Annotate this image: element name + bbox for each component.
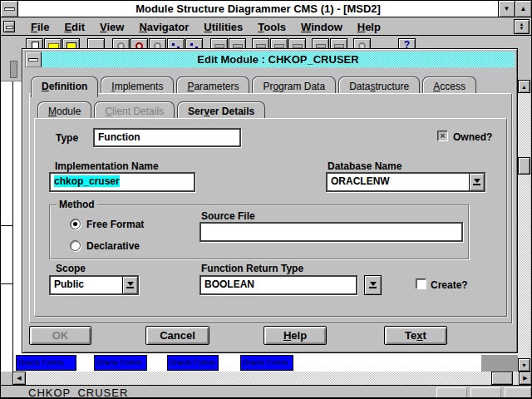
tab-access[interactable]: Access (422, 76, 476, 95)
definition-subtabs: Module Client Details Server Details (37, 100, 268, 120)
mdi-restore-button[interactable]: ▲ ▼ (514, 19, 530, 34)
dialog-titlebar: Edit Module : CHKOP_CRUSER (25, 52, 515, 67)
scroll-up-icon: ▲ (521, 84, 527, 90)
palette-divider (1, 283, 13, 284)
menu-edit[interactable]: Edit (57, 21, 92, 33)
owned-label: Owned? (453, 131, 492, 143)
status-cell (505, 387, 531, 398)
tab-program-data[interactable]: Program Data (252, 76, 336, 95)
function-return-type-input[interactable]: BOOLEAN (200, 275, 357, 295)
source-file-label: Source File (201, 210, 255, 222)
menu-window[interactable]: Window (293, 21, 350, 33)
source-file-input[interactable] (200, 222, 463, 242)
database-name-combobox[interactable]: ORACLENW (326, 172, 485, 192)
tab-parameters[interactable]: Parameters (176, 76, 249, 95)
ok-button[interactable]: OK (29, 326, 91, 345)
menu-view[interactable]: View (92, 21, 131, 33)
scroll-down-icon: ▼ (521, 362, 527, 368)
combo-arrow-icon (127, 282, 134, 286)
scroll-right-icon: ▶ (523, 375, 527, 382)
owned-checkbox[interactable]: × (437, 131, 448, 141)
menu-utilities[interactable]: Utilities (196, 21, 250, 33)
create-checkbox[interactable] (416, 278, 426, 289)
diagram-node[interactable]: Oracle Forms (167, 355, 219, 371)
tab-datastructure[interactable]: Datastructure (338, 76, 420, 95)
palette-divider (1, 225, 13, 226)
scope-dropdown-button[interactable] (122, 277, 137, 293)
declarative-radio[interactable] (70, 240, 81, 251)
dialog-tabs: Definition Implements Parameters Program… (31, 75, 479, 95)
subtab-module[interactable]: Module (37, 101, 91, 120)
vertical-scrollbar-track[interactable] (518, 93, 530, 358)
combo-arrow-bar (126, 287, 134, 288)
text-button[interactable]: Text (384, 326, 447, 345)
vertical-scrollbar[interactable]: ▲ ▼ (518, 53, 530, 372)
horizontal-scrollbar[interactable]: ◀ ▶ (1, 372, 532, 385)
diagram-node-label: Oracle Forms (96, 358, 142, 367)
diagram-node-label: Oracle Forms (243, 358, 288, 367)
declarative-label: Declarative (86, 240, 140, 252)
dialog-title: Edit Module : CHKOP_CRUSER (42, 52, 515, 67)
scope-value: Public (51, 277, 122, 293)
combo-arrow-icon (370, 282, 377, 286)
mdi-child-system-button[interactable] (3, 21, 15, 32)
scope-label: Scope (56, 263, 86, 274)
diagram-node[interactable]: Oracle Forms (94, 355, 147, 371)
maximize-icon: ▲ (520, 5, 527, 12)
combo-arrow-icon (474, 179, 480, 183)
horizontal-scrollbar-thumb[interactable] (491, 372, 513, 385)
server-details-page: Type Function × Owned? Implementation Na… (34, 118, 507, 317)
menu-file[interactable]: File (23, 21, 57, 33)
combo-arrow-bar (369, 287, 377, 288)
create-label: Create? (431, 279, 468, 291)
scroll-left-button[interactable]: ◀ (12, 372, 26, 385)
definition-page: Module Client Details Server Details Typ… (29, 93, 512, 323)
statusbar: CHKOP_CRUSER (1, 385, 531, 399)
vertical-scrollbar-thumb[interactable] (518, 157, 530, 175)
diagram-node-label: Oracle Forms (18, 358, 64, 367)
minimize-icon: ▼ (504, 5, 510, 12)
system-menu-icon (4, 7, 15, 11)
horizontal-scrollbar-track[interactable] (12, 372, 532, 385)
scroll-left-icon: ◀ (17, 375, 21, 382)
function-return-type-label: Function Return Type (201, 263, 303, 274)
function-return-type-dropdown-button[interactable] (364, 275, 382, 295)
window-titlebar: Module Structure Diagrammer CMS (1) - [M… (1, 1, 531, 17)
edit-module-dialog: Edit Module : CHKOP_CRUSER Definition Im… (22, 48, 518, 353)
scope-combobox[interactable]: Public (49, 275, 139, 295)
scroll-right-button[interactable]: ▶ (519, 372, 532, 385)
menu-tools[interactable]: Tools (250, 21, 293, 33)
palette-selected-tool[interactable] (10, 61, 17, 78)
diagram-node[interactable]: Oracle Forms (16, 355, 76, 371)
database-name-label: Database Name (328, 160, 401, 172)
database-name-dropdown-button[interactable] (469, 174, 484, 190)
combo-arrow-bar (473, 184, 480, 185)
status-text: CHKOP_CRUSER (28, 387, 128, 399)
help-button[interactable]: Help (264, 326, 327, 345)
scroll-down-button[interactable]: ▼ (518, 358, 530, 372)
diagram-node-label: Oracle Forms (170, 358, 215, 367)
implementation-name-input[interactable]: chkop_cruser (49, 172, 195, 192)
tab-definition[interactable]: Definition (31, 76, 98, 97)
menu-navigator[interactable]: Navigator (131, 21, 196, 33)
implementation-name-label: Implementation Name (55, 160, 159, 172)
maximize-button[interactable]: ▲ (515, 1, 531, 17)
diagram-node[interactable]: Oracle Forms (240, 355, 293, 371)
tool-palette[interactable] (1, 53, 13, 372)
menu-help[interactable]: Help (350, 21, 388, 33)
method-group-label: Method (57, 199, 97, 210)
minimize-button[interactable]: ▼ (498, 1, 515, 17)
cancel-button[interactable]: Cancel (145, 326, 209, 345)
subtab-client-details[interactable]: Client Details (94, 101, 175, 120)
status-cell (436, 387, 467, 398)
restore-down-icon: ▼ (520, 27, 525, 31)
scrollbar-filler (518, 53, 530, 80)
free-format-radio[interactable] (70, 219, 81, 229)
system-menu-button[interactable] (1, 1, 18, 17)
tab-implements[interactable]: Implements (101, 76, 174, 95)
type-input[interactable]: Function (93, 128, 241, 147)
implementation-name-value: chkop_cruser (54, 175, 120, 187)
dialog-system-menu-button[interactable] (25, 52, 42, 67)
scroll-up-button[interactable]: ▲ (518, 80, 530, 93)
menubar: File Edit View Navigator Utilities Tools… (1, 18, 531, 36)
